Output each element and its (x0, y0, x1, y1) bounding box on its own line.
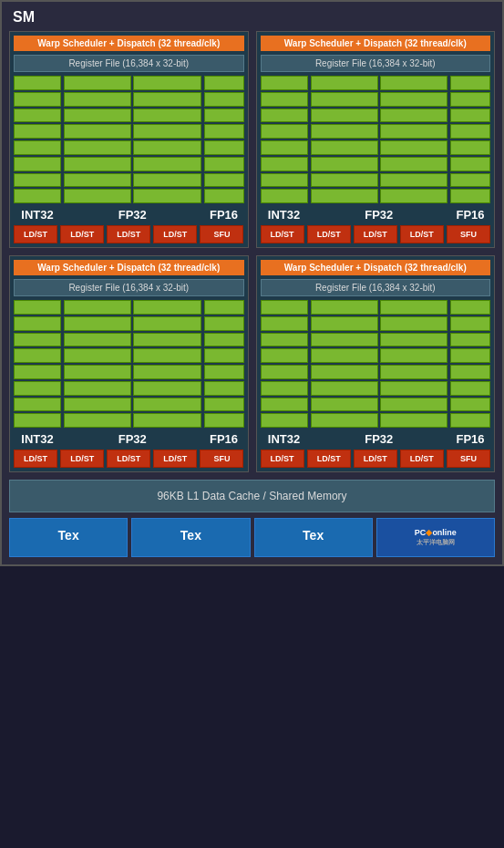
int-cell (261, 413, 308, 428)
int-cell (261, 92, 308, 107)
fp32-cell (64, 365, 131, 379)
int-cell (261, 348, 308, 363)
fp16-cell (204, 140, 244, 155)
tex-button-2[interactable]: Tex (131, 518, 250, 557)
int-cell (14, 333, 61, 347)
int-cell (14, 365, 61, 379)
sfu-btn-2: SFU (447, 225, 490, 243)
int-cell (14, 124, 61, 139)
fp16-cell (450, 348, 490, 363)
quadrant-1: Warp Scheduler + Dispatch (32 thread/clk… (9, 31, 249, 248)
fp16-col-4: FP16 (450, 300, 490, 446)
ldst-btn-4d: LD/ST (400, 450, 444, 468)
fp32-cell (311, 348, 378, 363)
ldst-btn-1d: LD/ST (153, 225, 197, 243)
fp32-cell (380, 189, 447, 203)
fp16-label-4: FP16 (450, 432, 490, 446)
fp32-cell (133, 316, 201, 331)
fp32-cell (133, 92, 201, 107)
int-cell (14, 109, 61, 123)
fp16-cell (450, 109, 490, 123)
fp32-label-2: FP32 (311, 208, 448, 222)
int-cell (14, 140, 61, 155)
int-cell (261, 300, 308, 315)
fp32-cell (64, 173, 131, 188)
fp16-cell (204, 92, 244, 107)
fp32-cell (133, 140, 201, 155)
fp16-cell (204, 348, 244, 363)
fp32-cell (311, 333, 378, 347)
fp32-cell (311, 76, 378, 90)
fp32-cell (311, 365, 378, 379)
int32-label-1: INT32 (14, 208, 61, 222)
fp16-label-3: FP16 (204, 432, 244, 446)
int32-col-3: INT32 (14, 300, 61, 446)
ldst-btn-3d: LD/ST (153, 450, 197, 468)
fp32-cell (64, 413, 131, 428)
ldst-btn-4a: LD/ST (261, 450, 304, 468)
fp32-cell (380, 316, 447, 331)
fp16-grid-3 (204, 300, 244, 428)
int-cell (14, 413, 61, 428)
fp32-cell (380, 398, 447, 412)
int-cell (14, 157, 61, 171)
fp32-cell (133, 398, 201, 412)
quadrant-4: Warp Scheduler + Dispatch (32 thread/clk… (256, 255, 496, 472)
core-row-1: INT32 (14, 76, 244, 222)
int32-col-4: INT32 (261, 300, 308, 446)
register-file-3: Register File (16,384 x 32-bit) (14, 279, 244, 296)
fp32-cell (380, 348, 447, 363)
bottom-units-1: LD/ST LD/ST LD/ST LD/ST SFU (14, 225, 244, 243)
int32-grid-3 (14, 300, 61, 428)
int-cell (14, 398, 61, 412)
fp32-cell (380, 109, 447, 123)
fp16-label-1: FP16 (204, 208, 244, 222)
fp16-cell (204, 365, 244, 379)
fp32-cell (133, 413, 201, 428)
ldst-btn-3b: LD/ST (60, 450, 104, 468)
ldst-btn-4c: LD/ST (354, 450, 397, 468)
fp16-cell (450, 173, 490, 188)
fp16-cell (450, 124, 490, 139)
fp16-cell (450, 365, 490, 379)
int32-grid-2 (261, 76, 308, 203)
fp16-cell (204, 333, 244, 347)
ldst-btn-2b: LD/ST (307, 225, 351, 243)
fp32-grid-4 (311, 300, 448, 428)
fp32-cell (311, 124, 378, 139)
tex-button-3[interactable]: Tex (254, 518, 373, 557)
fp32-col-2: FP32 (311, 76, 448, 222)
sfu-btn-1: SFU (200, 225, 243, 243)
fp32-cell (311, 398, 378, 412)
fp32-cell (311, 381, 378, 396)
fp32-grid-1 (64, 76, 201, 203)
fp16-cell (450, 333, 490, 347)
register-file-1: Register File (16,384 x 32-bit) (14, 55, 244, 72)
warp-scheduler-1: Warp Scheduler + Dispatch (32 thread/clk… (14, 36, 244, 51)
fp32-cell (311, 140, 378, 155)
int32-col-2: INT32 (261, 76, 308, 222)
fp32-cell (133, 381, 201, 396)
int-cell (14, 189, 61, 203)
fp16-col-1: FP16 (204, 76, 244, 222)
core-row-3: INT32 (14, 300, 244, 446)
fp16-cell (204, 157, 244, 171)
fp32-cell (64, 381, 131, 396)
int-cell (261, 381, 308, 396)
fp32-cell (133, 300, 201, 315)
fp16-cell (204, 173, 244, 188)
int-cell (261, 316, 308, 331)
int32-grid-4 (261, 300, 308, 428)
fp32-label-4: FP32 (311, 432, 448, 446)
ldst-btn-3c: LD/ST (107, 450, 150, 468)
fp32-cell (380, 76, 447, 90)
fp32-label-3: FP32 (64, 432, 201, 446)
quadrant-grid: Warp Scheduler + Dispatch (32 thread/clk… (9, 31, 495, 472)
int-cell (14, 173, 61, 188)
tex-button-1[interactable]: Tex (9, 518, 128, 557)
fp32-cell (380, 413, 447, 428)
fp32-cell (380, 157, 447, 171)
register-file-4: Register File (16,384 x 32-bit) (261, 279, 491, 296)
fp32-cell (380, 381, 447, 396)
core-row-4: INT32 (261, 300, 491, 446)
